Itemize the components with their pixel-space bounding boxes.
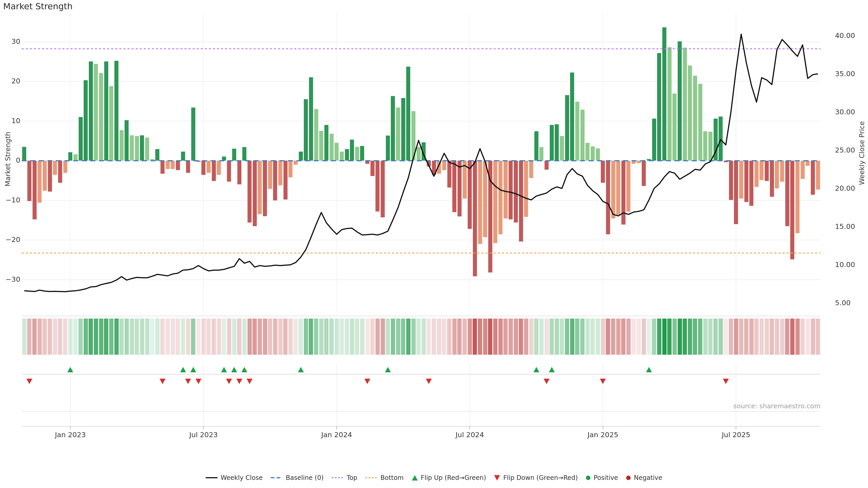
top-threshold-line <box>22 48 820 49</box>
strength-bar <box>401 98 405 161</box>
strength-bar <box>754 161 758 187</box>
strength-bar <box>360 146 364 161</box>
strength-bar <box>273 161 277 200</box>
heatmap-cell <box>130 319 134 355</box>
strength-bar <box>796 161 800 233</box>
heatmap-cell <box>463 319 467 355</box>
strength-bar <box>693 76 697 161</box>
h-gridline <box>22 280 820 280</box>
heatmap-cell <box>385 319 390 355</box>
heatmap-cell <box>754 319 758 355</box>
x-tick-label: Jan 2023 <box>55 431 86 439</box>
strength-bar <box>703 131 707 161</box>
legend-label: Flip Down (Green→Red) <box>503 474 578 482</box>
strength-bar <box>181 152 185 161</box>
strength-bar <box>673 94 677 161</box>
heatmap-cell <box>53 319 57 355</box>
heatmap-cell <box>457 319 462 355</box>
strength-bar <box>416 147 421 161</box>
price-tick-label: 10.00 <box>835 261 868 268</box>
heatmap-cell <box>176 319 180 355</box>
heatmap-cell <box>442 319 446 355</box>
heatmap-cell <box>79 319 83 355</box>
strength-bar <box>452 161 456 212</box>
strength-bar <box>145 138 149 161</box>
strength-bar <box>508 161 513 219</box>
legend-label: Negative <box>634 474 662 482</box>
heatmap-cell <box>396 319 400 355</box>
strength-bar <box>396 107 400 161</box>
strength-bar <box>488 161 492 272</box>
heatmap-cell <box>524 319 528 355</box>
heatmap-cell <box>662 319 666 355</box>
heatmap-cell <box>381 319 385 355</box>
flip-up-marker <box>646 367 652 372</box>
heatmap-cell <box>227 319 231 355</box>
flip-down-marker <box>600 379 606 384</box>
heatmap-cell <box>723 319 728 355</box>
heatmap-cell <box>667 319 672 355</box>
price-tick-label: 35.00 <box>835 70 868 77</box>
heatmap-cell <box>314 319 318 355</box>
heatmap-cell <box>422 319 426 355</box>
strength-bar <box>202 161 206 175</box>
heatmap-cell <box>734 319 738 355</box>
flip-up-marker <box>298 367 304 372</box>
strength-bar <box>99 73 103 161</box>
flip-up-marker <box>385 367 391 372</box>
heatmap-cell <box>555 319 559 355</box>
heatmap-cell <box>570 319 575 355</box>
strength-bar <box>427 161 431 166</box>
strength-bar <box>370 161 375 176</box>
source-credit: source: sharemaestro.com <box>694 402 820 410</box>
line-swatch-icon <box>206 477 217 478</box>
strength-bar <box>114 61 119 161</box>
strength-bar <box>232 149 236 161</box>
strength-bar <box>514 161 518 223</box>
strength-bar <box>591 147 595 161</box>
heatmap-cell <box>432 319 436 355</box>
strength-bar <box>227 161 231 182</box>
strength-bar <box>739 161 743 199</box>
strength-bar <box>749 161 753 206</box>
strength-bar <box>493 161 497 243</box>
heatmap-cell <box>283 319 287 355</box>
heatmap-cell <box>447 319 452 355</box>
heatmap-cell <box>585 319 590 355</box>
heatmap-cell <box>550 319 554 355</box>
v-gridline-lower <box>336 364 337 426</box>
strength-bar <box>504 161 508 219</box>
strength-bar <box>309 77 313 161</box>
heatmap-cell <box>73 319 78 355</box>
strength-bar <box>601 161 605 183</box>
heatmap-cell <box>345 319 349 355</box>
heatmap-cell <box>508 319 513 355</box>
strength-bar <box>468 161 472 229</box>
heatmap-cell <box>729 319 733 355</box>
strength-bar <box>524 161 528 217</box>
heatmap-cell <box>652 319 656 355</box>
heatmap-cell <box>688 319 692 355</box>
heatmap-cell <box>539 319 544 355</box>
strength-bar <box>662 27 666 161</box>
heatmap-cell <box>483 319 487 355</box>
flip-up-marker <box>231 367 237 372</box>
heatmap-cell <box>258 319 262 355</box>
heatmap-cell <box>452 319 457 355</box>
strength-bar <box>258 161 262 214</box>
heatmap-cell <box>191 319 195 355</box>
heatmap-cell <box>468 319 472 355</box>
y-tick-label: 10 <box>0 117 20 124</box>
heatmap-cell <box>212 319 216 355</box>
strength-bar <box>570 72 574 161</box>
flip-up-marker <box>67 367 73 372</box>
legend-item: Flip Up (Red→Green) <box>412 474 486 482</box>
heatmap-cell <box>263 319 267 355</box>
strength-bar <box>806 161 810 166</box>
strength-bar <box>785 161 789 226</box>
strength-bar <box>304 99 308 161</box>
heatmap-cell <box>84 319 88 355</box>
heatmap-cell <box>657 319 661 355</box>
heatmap-cell <box>237 319 241 355</box>
heatmap-cell <box>391 319 395 355</box>
